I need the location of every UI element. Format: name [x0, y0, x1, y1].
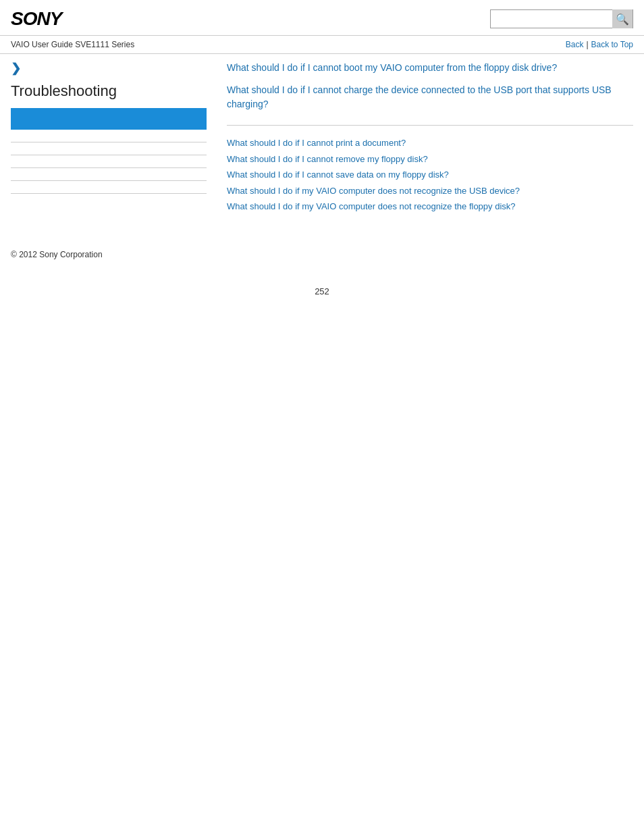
page-footer: © 2012 Sony Corporation	[0, 243, 644, 273]
bottom-links-section: What should I do if I cannot print a doc…	[227, 136, 633, 213]
sidebar-item-line-4	[11, 193, 207, 194]
section-divider	[227, 125, 633, 126]
bottom-link-1[interactable]: What should I do if I cannot print a doc…	[227, 136, 633, 150]
sony-logo: SONY	[11, 8, 61, 30]
top-links-section: What should I do if I cannot boot my VAI…	[227, 61, 633, 111]
nav-bar: VAIO User Guide SVE1111 Series Back | Ba…	[0, 36, 644, 53]
sidebar-chevron-icon: ❯	[11, 61, 207, 76]
main-content: What should I do if I cannot boot my VAI…	[220, 61, 633, 216]
back-link[interactable]: Back	[566, 40, 584, 49]
search-button[interactable]: 🔍	[612, 9, 633, 28]
bottom-link-4[interactable]: What should I do if my VAIO computer doe…	[227, 184, 633, 198]
page-number: 252	[0, 273, 644, 303]
bottom-link-3[interactable]: What should I do if I cannot save data o…	[227, 168, 633, 182]
sidebar-item-line-3	[11, 180, 207, 181]
top-divider	[0, 53, 644, 54]
page-header: SONY 🔍	[0, 0, 644, 36]
bottom-link-2[interactable]: What should I do if I cannot remove my f…	[227, 153, 633, 166]
sidebar-active-bar	[11, 108, 207, 130]
bottom-link-5[interactable]: What should I do if my VAIO computer doe…	[227, 200, 633, 213]
guide-title: VAIO User Guide SVE1111 Series	[11, 40, 134, 49]
back-to-top-link[interactable]: Back to Top	[591, 40, 633, 49]
copyright-text: © 2012 Sony Corporation	[11, 250, 103, 259]
nav-links: Back | Back to Top	[566, 40, 633, 49]
sidebar: ❯ Troubleshooting	[11, 61, 220, 216]
search-input[interactable]	[491, 10, 612, 28]
sidebar-divider-1	[11, 142, 207, 142]
nav-separator: |	[586, 40, 588, 49]
search-bar: 🔍	[490, 9, 633, 28]
content-area: ❯ Troubleshooting What should I do if I …	[0, 61, 644, 216]
sidebar-item-line-1	[11, 155, 207, 155]
top-link-2[interactable]: What should I do if I cannot charge the …	[227, 83, 633, 111]
top-link-1[interactable]: What should I do if I cannot boot my VAI…	[227, 61, 633, 75]
sidebar-item-line-2	[11, 167, 207, 168]
sidebar-title: Troubleshooting	[11, 82, 207, 100]
search-icon: 🔍	[616, 13, 629, 26]
